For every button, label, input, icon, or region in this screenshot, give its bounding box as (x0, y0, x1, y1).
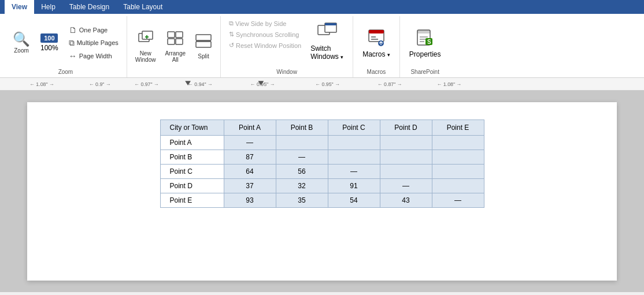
zoom-options-col: 🗋 One Page ⧉ Multiple Pages ↔ Page Width (65, 24, 122, 62)
table-row: Point A— (160, 136, 484, 150)
table-cell-0-1: — (224, 136, 276, 150)
table-row: Point E93355443— (160, 193, 484, 208)
arrange-all-label: ArrangeAll (165, 50, 186, 63)
page-width-button[interactable]: ↔ Page Width (65, 50, 122, 62)
svg-text:←  0.94"  →: ← 0.94" → (188, 81, 213, 87)
table-cell-2-3: — (328, 165, 380, 179)
table-cell-4-0: Point E (160, 193, 224, 208)
document-area: City or Town Point A Point B Point C Poi… (0, 91, 644, 292)
reset-window-position-button[interactable]: ↺ Reset Window Position (225, 40, 305, 50)
svg-rect-20 (417, 30, 430, 33)
zoom-label: Zoom (14, 47, 29, 54)
svg-rect-4 (168, 32, 175, 38)
split-button[interactable]: Split (191, 30, 216, 62)
table-cell-1-2: — (276, 150, 328, 165)
table-cell-1-1: 87 (224, 150, 276, 165)
table-cell-0-3 (328, 136, 380, 150)
svg-rect-6 (168, 39, 175, 44)
svg-text:←  0.87"  →: ← 0.87" → (377, 81, 402, 87)
multiple-pages-icon: ⧉ (69, 38, 75, 48)
svg-text:S: S (427, 39, 431, 45)
zoom-100-button[interactable]: 100 100% (37, 31, 62, 54)
table-cell-1-5 (432, 150, 484, 165)
data-table: City or Town Point A Point B Point C Poi… (160, 120, 484, 208)
svg-rect-9 (196, 42, 211, 47)
svg-text:←  1.08"  →: ← 1.08" → (437, 81, 462, 87)
tab-help[interactable]: Help (34, 0, 62, 14)
document-page: City or Town Point A Point B Point C Poi… (27, 102, 617, 281)
col-header-c: Point C (328, 120, 380, 136)
svg-rect-15 (369, 30, 384, 33)
table-cell-3-1: 37 (224, 179, 276, 193)
synchronous-scrolling-button[interactable]: ⇅ Synchronous Scrolling (225, 29, 305, 39)
table-cell-4-2: 35 (276, 193, 328, 208)
table-cell-4-5: — (432, 193, 484, 208)
table-cell-2-4 (380, 165, 432, 179)
table-cell-4-1: 93 (224, 193, 276, 208)
table-row: Point D373291— (160, 179, 484, 193)
new-window-button[interactable]: NewWindow (132, 27, 160, 65)
properties-button[interactable]: S Properties (405, 25, 446, 61)
ribbon-group-zoom: 🔍 Zoom 100 100% 🗋 One Page ⧉ (5, 16, 127, 77)
tab-view[interactable]: View (5, 0, 34, 14)
split-icon (195, 32, 212, 52)
multiple-pages-button[interactable]: ⧉ Multiple Pages (65, 37, 122, 49)
page-width-icon: ↔ (69, 51, 77, 61)
arrange-all-icon (166, 29, 184, 49)
table-cell-4-3: 54 (328, 193, 380, 208)
switch-windows-label: SwitchWindows ▾ (310, 44, 343, 61)
table-row: Point C6456— (160, 165, 484, 179)
zoom-group-label: Zoom (58, 67, 73, 77)
table-cell-1-4 (380, 150, 432, 165)
window-options-col: ⧉ View Side by Side ⇅ Synchronous Scroll… (225, 18, 305, 50)
table-cell-2-0: Point C (160, 165, 224, 179)
properties-label: Properties (409, 50, 441, 58)
col-header-b: Point B (276, 120, 328, 136)
table-cell-3-3: 91 (328, 179, 380, 193)
table-row: Point B87— (160, 150, 484, 165)
svg-rect-7 (176, 39, 183, 44)
svg-text:←  0.95"  →: ← 0.95" → (315, 81, 340, 87)
macros-button[interactable]: Macros ▾ (358, 25, 395, 61)
svg-text:←  0.9"  →: ← 0.9" → (89, 81, 111, 87)
col-header-a: Point A (224, 120, 276, 136)
table-cell-1-0: Point B (160, 150, 224, 165)
tab-table-design[interactable]: Table Design (62, 0, 116, 14)
svg-rect-8 (196, 35, 211, 40)
ribbon-group-macros: Macros ▾ Macros (353, 16, 400, 77)
table-cell-1-3 (328, 150, 380, 165)
new-window-icon (137, 29, 154, 49)
svg-text:←  1.08"  →: ← 1.08" → (29, 81, 54, 87)
view-side-by-side-icon: ⧉ (229, 20, 234, 27)
table-cell-0-2 (276, 136, 328, 150)
table-cell-2-5 (432, 165, 484, 179)
zoom-icon: 🔍 (13, 32, 30, 46)
table-cell-0-5 (432, 136, 484, 150)
macros-label: Macros ▾ (362, 50, 390, 58)
table-cell-3-4: — (380, 179, 432, 193)
col-header-city: City or Town (160, 120, 224, 136)
col-header-d: Point D (380, 120, 432, 136)
zoom-100-label: 100% (40, 44, 58, 52)
zoom-100-value: 100 (40, 33, 58, 43)
table-cell-0-4 (380, 136, 432, 150)
reset-window-icon: ↺ (229, 42, 234, 49)
tab-table-layout[interactable]: Table Layout (116, 0, 169, 14)
switch-windows-icon (317, 21, 338, 43)
switch-windows-button[interactable]: SwitchWindows ▾ (306, 18, 348, 63)
svg-rect-5 (176, 32, 183, 38)
split-label: Split (198, 53, 209, 59)
arrange-all-button[interactable]: ArrangeAll (161, 27, 189, 65)
table-cell-0-0: Point A (160, 136, 224, 150)
new-window-label: NewWindow (135, 50, 156, 63)
ribbon-group-sharepoint: S Properties SharePoint (400, 16, 450, 77)
one-page-button[interactable]: 🗋 One Page (65, 24, 122, 36)
view-side-by-side-button[interactable]: ⧉ View Side by Side (225, 18, 305, 28)
macros-group-label: Macros (367, 67, 386, 77)
svg-text:←  0.97"  →: ← 0.97" → (134, 81, 159, 87)
col-header-e: Point E (432, 120, 484, 136)
table-cell-2-1: 64 (224, 165, 276, 179)
zoom-button[interactable]: 🔍 Zoom (9, 30, 34, 56)
ruler-content: ← 1.08" → ← 0.9" → ← 0.97" → ← 0.94" → ←… (7, 79, 637, 90)
table-cell-3-0: Point D (160, 179, 224, 193)
